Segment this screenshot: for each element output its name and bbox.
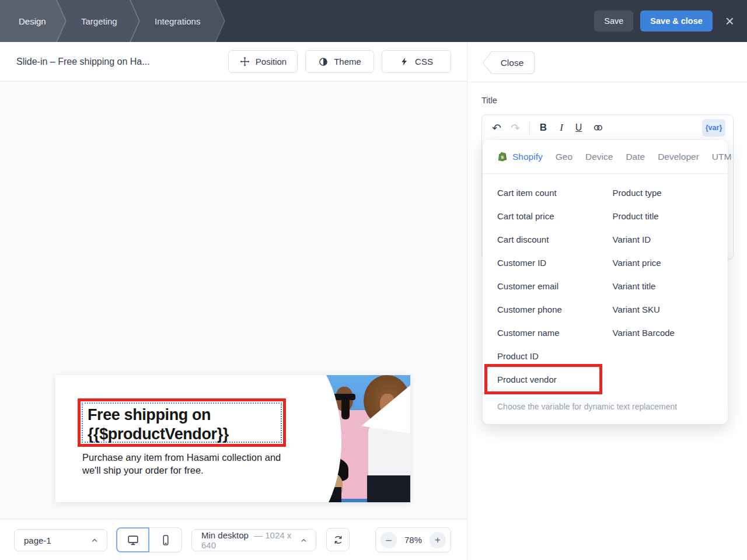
tab-design-label: Design <box>19 16 46 26</box>
tab-geo[interactable]: Geo <box>556 152 573 162</box>
slidein-body-line2: we'll ship your order for free. <box>82 464 281 477</box>
zoom-in-button[interactable]: + <box>430 532 446 548</box>
variable-item[interactable]: Product ID <box>497 344 613 368</box>
tab-integrations-label: Integrations <box>155 16 200 26</box>
underline-button[interactable]: U <box>575 123 582 133</box>
tab-developer[interactable]: Developer <box>658 152 699 162</box>
variable-item[interactable]: Variant price <box>613 251 721 274</box>
link-icon <box>592 122 604 134</box>
photo-person-shape <box>368 424 410 484</box>
variable-menu-hint: Choose the variable for dynamic text rep… <box>497 402 677 411</box>
redo-icon[interactable]: ↷ <box>511 121 520 134</box>
slidein-heading-line1: Free shipping on <box>88 405 281 425</box>
variable-item[interactable]: Customer ID <box>497 251 613 274</box>
variable-item-product-vendor[interactable]: Product vendor <box>497 368 613 391</box>
variable-item[interactable]: Product title <box>613 204 721 228</box>
theme-label: Theme <box>334 57 361 66</box>
design-toolbar: Position Theme CSS <box>228 50 451 73</box>
save-button[interactable]: Save <box>594 10 633 32</box>
tab-integrations[interactable]: Integrations <box>128 0 224 42</box>
tab-targeting-label: Targeting <box>81 16 117 26</box>
tab-device[interactable]: Device <box>585 152 613 162</box>
photo-person-shape <box>341 400 350 419</box>
preview-canvas: Free shipping on {{$productVendor}} Purc… <box>0 82 467 519</box>
desktop-toggle-button[interactable] <box>116 527 149 552</box>
zoom-control: – 78% + <box>375 527 451 552</box>
zoom-value: 78% <box>404 535 422 545</box>
photo-person-shape <box>367 475 410 502</box>
variable-item[interactable]: Product type <box>613 181 721 204</box>
undo-icon[interactable]: ↶ <box>492 121 501 134</box>
tab-design[interactable]: Design <box>0 0 65 42</box>
variable-menu-tabs: s Shopify Geo Device Date Developer UTM <box>483 140 728 174</box>
variable-item[interactable]: Cart total price <box>497 204 613 228</box>
move-icon <box>239 56 250 67</box>
theme-button[interactable]: Theme <box>305 50 374 73</box>
campaign-header: Slide-in – Free shipping on Ha... Positi… <box>0 42 467 82</box>
tab-utm[interactable]: UTM <box>712 152 732 162</box>
chevron-up-icon <box>90 536 99 544</box>
tab-shopify-label: Shopify <box>512 152 543 162</box>
topbar-actions: Save Save & close × <box>594 0 747 42</box>
slidein-preview-card[interactable]: Free shipping on {{$productVendor}} Purc… <box>55 375 410 502</box>
position-button[interactable]: Position <box>228 50 298 73</box>
campaign-title: Slide-in – Free shipping on Ha... <box>16 57 150 67</box>
page-select[interactable]: page-1 <box>14 529 107 551</box>
slidein-heading-line2: {{$productVendor}} <box>88 425 281 444</box>
svg-text:s: s <box>501 154 504 160</box>
slidein-photo <box>299 375 410 502</box>
tab-shopify[interactable]: s Shopify <box>497 152 543 162</box>
panel-close-label: Close <box>483 52 534 74</box>
variable-item[interactable]: Customer phone <box>497 298 613 321</box>
topbar: Design Targeting Integrations Save Save … <box>0 0 747 42</box>
variable-item[interactable]: Cart discount <box>497 228 613 251</box>
link-button[interactable] <box>592 122 604 134</box>
selected-text-block[interactable]: Free shipping on {{$productVendor}} <box>82 402 282 443</box>
annotation-red-frame-heading: Free shipping on {{$productVendor}} <box>78 398 286 447</box>
css-button[interactable]: CSS <box>382 50 451 73</box>
mobile-toggle-button[interactable] <box>149 527 182 552</box>
shopify-bag-icon: s <box>497 152 508 162</box>
toolbar-divider <box>529 121 530 135</box>
variable-item[interactable]: Variant Barcode <box>613 321 721 344</box>
tab-date[interactable]: Date <box>626 152 645 162</box>
variable-item-label: Product vendor <box>497 374 557 384</box>
slidein-body-text: Purchase any item from Hasami collection… <box>82 451 281 477</box>
variable-list: Cart item count Cart total price Cart di… <box>483 174 728 391</box>
zoom-out-button[interactable]: – <box>381 532 397 548</box>
device-toggle <box>116 527 182 552</box>
position-label: Position <box>256 57 287 66</box>
refresh-icon <box>333 534 344 545</box>
variable-item[interactable]: Variant ID <box>613 228 721 251</box>
variable-item[interactable]: Cart item count <box>497 181 613 204</box>
close-x-icon[interactable]: × <box>725 13 734 29</box>
save-close-button[interactable]: Save & close <box>640 10 712 32</box>
contrast-icon <box>318 57 329 67</box>
variable-list-right: Product type Product title Variant ID Va… <box>613 181 721 391</box>
photo-person-shape <box>333 394 355 400</box>
breakpoint-label: Min desktop <box>201 530 249 540</box>
slidein-body-line1: Purchase any item from Hasami collection… <box>82 451 281 464</box>
css-label: CSS <box>415 57 433 66</box>
breakpoint-select[interactable]: Min desktop — 1024 x 640 <box>191 529 316 551</box>
insert-variable-button[interactable]: {var} <box>702 119 725 136</box>
editor-toolbar: ↶ ↷ B I U {var} <box>482 115 733 141</box>
title-field-label: Title <box>481 96 497 105</box>
panel-divider <box>467 82 747 82</box>
italic-button[interactable]: I <box>560 122 563 134</box>
panel-close-button[interactable]: Close <box>483 51 535 74</box>
lightning-icon <box>400 57 410 66</box>
variable-item[interactable]: Variant SKU <box>613 298 721 321</box>
page-select-value: page-1 <box>24 536 51 545</box>
chevron-up-icon <box>300 536 308 544</box>
refresh-preview-button[interactable] <box>326 528 350 551</box>
variable-item[interactable]: Variant title <box>613 274 721 298</box>
variable-menu: s Shopify Geo Device Date Developer UTM … <box>483 140 728 424</box>
variable-item[interactable]: Customer name <box>497 321 613 344</box>
desktop-icon <box>127 534 139 547</box>
tab-targeting[interactable]: Targeting <box>55 0 139 42</box>
bottombar: page-1 Min desktop — 1024 x 640 <box>0 519 467 560</box>
bold-button[interactable]: B <box>540 122 547 134</box>
variable-item[interactable]: Customer email <box>497 274 613 298</box>
variable-list-left: Cart item count Cart total price Cart di… <box>497 181 613 391</box>
